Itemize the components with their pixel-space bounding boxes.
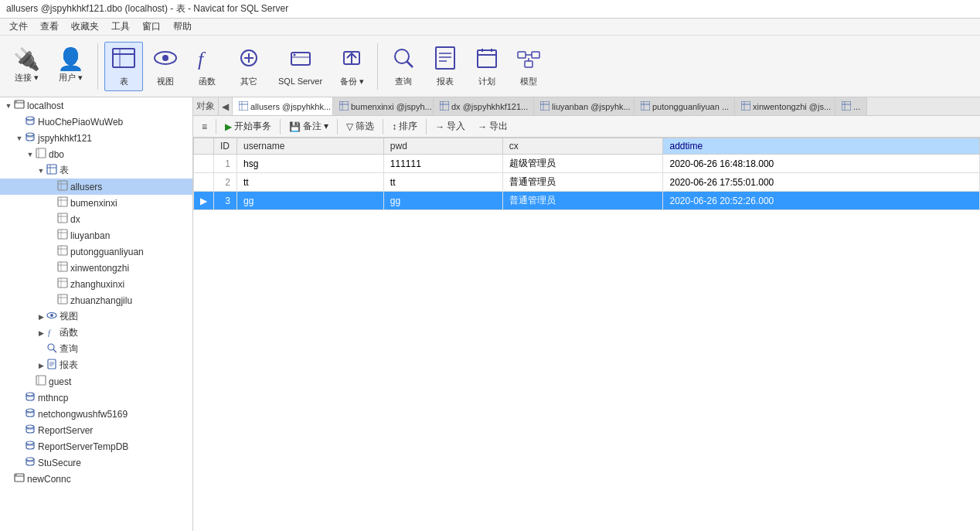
- sidebar-item-huochepiaowuweb[interactable]: HuoChePiaoWuWeb: [0, 114, 192, 130]
- toolbar-btn-user[interactable]: 👤用户 ▾: [50, 42, 91, 91]
- backup-note-label: 备注 ▾: [303, 120, 328, 133]
- sidebar-item-tables[interactable]: ▼表: [0, 162, 192, 179]
- toolbar-btn-connect[interactable]: 🔌连接 ▾: [6, 42, 47, 91]
- tab-allusers[interactable]: allusers @jspyhkhk...: [233, 97, 333, 115]
- sidebar-label-mthncp: mthncp: [38, 393, 68, 403]
- func-icon: f: [195, 46, 219, 74]
- svg-text:f: f: [198, 48, 206, 70]
- sidebar-label-reports: 报表: [60, 359, 78, 372]
- toolbar-btn-schedule[interactable]: 计划: [468, 42, 506, 91]
- menu-item-查看[interactable]: 查看: [34, 19, 65, 35]
- table-row[interactable]: 2tttt普通管理员2020-06-26 17:55:01.000: [194, 173, 980, 192]
- tab-icon-liuyanban: [540, 101, 550, 112]
- tree-arrow-dbo: ▼: [25, 151, 36, 158]
- sidebar-item-funcs[interactable]: ▶f函数: [0, 325, 192, 341]
- obj-separator-sep1: [280, 119, 281, 134]
- sidebar-item-dx[interactable]: dx: [0, 211, 192, 227]
- toolbar-btn-backup[interactable]: 备份 ▾: [332, 42, 371, 91]
- tab-xinwentongzhi[interactable]: xinwentongzhi @js...: [735, 97, 835, 115]
- sidebar-item-zhuanzhangjilu[interactable]: zhuanzhangjilu: [0, 292, 192, 308]
- tab-dx[interactable]: dx @jspyhkhkf121...: [434, 97, 534, 115]
- content-area: 对象◀allusers @jspyhkhk...bumenxinxi @jspy…: [193, 97, 980, 531]
- object-panel-btn[interactable]: 对象: [193, 97, 219, 115]
- svg-rect-38: [47, 165, 56, 174]
- cell-3-cx: 普通管理员: [502, 192, 663, 210]
- obj-btn-filter[interactable]: ▽筛选: [341, 117, 379, 135]
- svg-rect-95: [440, 101, 449, 111]
- sidebar-label-guest: guest: [49, 376, 71, 387]
- sidebar-item-zhanghuxinxi[interactable]: zhanghuxinxi: [0, 276, 192, 292]
- sidebar-item-dbo[interactable]: ▼dbo: [0, 146, 192, 162]
- user-icon: 👤: [57, 49, 84, 70]
- toolbar-btn-model[interactable]: 模型: [509, 42, 548, 91]
- col-addtime[interactable]: addtime: [663, 138, 980, 155]
- table-row[interactable]: ▶3gggg普通管理员2020-06-26 20:52:26.000: [194, 192, 980, 210]
- tab-more[interactable]: ...: [835, 97, 867, 115]
- sidebar-label-huochepiaowuweb: HuoChePiaoWuWeb: [38, 117, 123, 128]
- sidebar-item-reportserver[interactable]: ReportServer: [0, 422, 192, 438]
- obj-separator-0: [216, 119, 216, 134]
- tab-icon-bumenxinxi: [339, 101, 349, 112]
- menu-item-窗口[interactable]: 窗口: [136, 19, 167, 35]
- sidebar-item-mthncp[interactable]: mthncp: [0, 390, 192, 406]
- col-cx[interactable]: cx: [502, 138, 663, 155]
- toolbar-btn-view[interactable]: 视图: [146, 42, 185, 91]
- sidebar-label-localhost: localhost: [27, 100, 63, 111]
- obj-btn-backup-note[interactable]: 💾备注 ▾: [284, 117, 334, 135]
- obj-btn-begin-transaction[interactable]: ▶开始事务: [219, 117, 277, 135]
- tree-icon-views: [46, 310, 57, 323]
- sidebar-item-queries[interactable]: 查询: [0, 341, 192, 357]
- sidebar-item-reports[interactable]: ▶报表: [0, 357, 192, 373]
- obj-btn-import[interactable]: →导入: [430, 117, 471, 135]
- sidebar-item-views[interactable]: ▶视图: [0, 308, 192, 325]
- sidebar-item-netchongwushfw5169[interactable]: netchongwushfw5169: [0, 406, 192, 422]
- sidebar-item-guest[interactable]: guest: [0, 373, 192, 390]
- sidebar-item-reportservertempdb[interactable]: ReportServerTempDB: [0, 438, 192, 454]
- sidebar-item-putongguanliyuan[interactable]: putongguanliyuan: [0, 243, 192, 260]
- tree-icon-dx: [57, 213, 68, 226]
- toolbar-btn-report[interactable]: 报表: [426, 42, 464, 91]
- tree-icon-zhuanzhangjilu: [57, 294, 68, 307]
- tab-scroll-left[interactable]: ◀: [219, 97, 233, 115]
- obj-btn-sort[interactable]: ↕排序: [386, 117, 423, 135]
- menu-item-帮助[interactable]: 帮助: [167, 19, 198, 35]
- tab-liuyanban[interactable]: liuyanban @jspyhk...: [534, 97, 635, 115]
- tab-icon-putongguanliyuan: [641, 101, 650, 112]
- obj-btn-export[interactable]: →导出: [472, 117, 513, 135]
- svg-rect-47: [58, 213, 67, 223]
- cell-3-username: gg: [237, 192, 384, 210]
- menu-item-文件[interactable]: 文件: [3, 19, 34, 35]
- toolbar-btn-other[interactable]: 其它: [230, 42, 268, 91]
- import-label: 导入: [447, 120, 465, 133]
- func-label: 函数: [199, 76, 216, 87]
- col-username[interactable]: username: [237, 138, 384, 155]
- toolbar-btn-sqlserver[interactable]: SQL Server: [271, 42, 329, 91]
- sidebar-item-localhost[interactable]: ▼localhost: [0, 97, 192, 114]
- col-id[interactable]: ID: [214, 138, 237, 155]
- col-pwd[interactable]: pwd: [383, 138, 502, 155]
- menu-icon-btn[interactable]: ≡: [196, 119, 213, 134]
- sidebar-item-liuyanban[interactable]: liuyanban: [0, 227, 192, 243]
- tree-icon-zhanghuxinxi: [57, 277, 68, 291]
- menu-item-收藏夹[interactable]: 收藏夹: [65, 19, 105, 35]
- tab-bumenxinxi[interactable]: bumenxinxi @jspyh...: [333, 97, 434, 115]
- tab-label-allusers: allusers @jspyhkhk...: [250, 102, 331, 111]
- tab-putongguanliyuan[interactable]: putongguanliyuan ...: [635, 97, 735, 115]
- sidebar-item-allusers[interactable]: allusers: [0, 179, 192, 195]
- toolbar-btn-query[interactable]: 查询: [384, 42, 423, 91]
- menu-item-工具[interactable]: 工具: [105, 19, 136, 35]
- table-row[interactable]: 1hsg111111超级管理员2020-06-26 16:48:18.000: [194, 155, 980, 173]
- tree-icon-newconnc: [14, 472, 25, 485]
- sidebar-item-jspyhkhkf121[interactable]: ▼jspyhkhkf121: [0, 130, 192, 146]
- tree-icon-tables: [46, 164, 57, 177]
- toolbar-btn-table[interactable]: 表: [104, 42, 143, 91]
- sidebar-item-xinwentongzhi[interactable]: xinwentongzhi: [0, 260, 192, 276]
- sidebar-item-newconnc[interactable]: newConnc: [0, 471, 192, 487]
- sidebar-item-bumenxinxi[interactable]: bumenxinxi: [0, 195, 192, 211]
- obj-separator-sep4: [426, 119, 427, 134]
- object-toolbar: ≡▶开始事务💾备注 ▾▽筛选↕排序→导入→导出: [193, 116, 980, 138]
- export-icon: →: [478, 121, 487, 132]
- toolbar-btn-func[interactable]: f函数: [188, 42, 226, 91]
- sidebar-item-stusecure[interactable]: StuSecure: [0, 454, 192, 471]
- tab-label-more: ...: [853, 102, 860, 111]
